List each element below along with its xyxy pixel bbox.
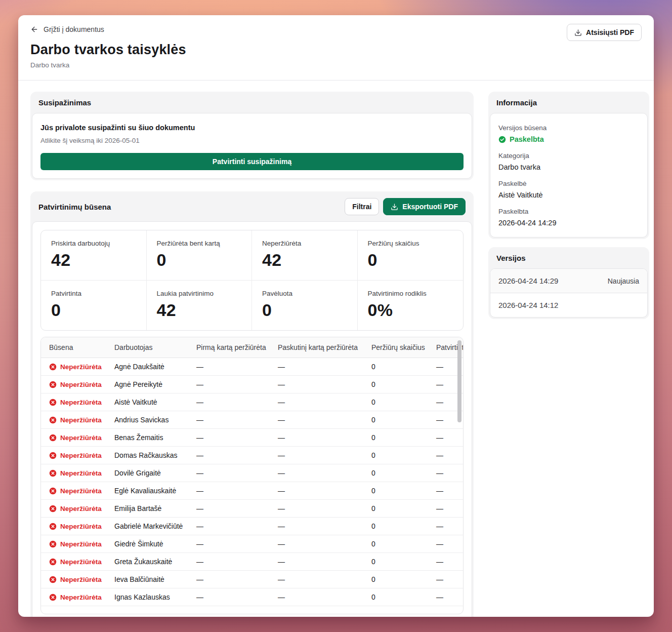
stat-value: 0	[262, 300, 347, 320]
view-count: 0	[365, 429, 430, 447]
x-circle-icon	[49, 558, 57, 566]
stat-label: Peržiūrėta bent kartą	[157, 240, 242, 247]
version-date: 2026-04-24 14:29	[498, 276, 558, 285]
info-field-value: Aistė Vaitkutė	[498, 191, 639, 199]
stat-cell: Peržiūrėta bent kartą 0	[147, 230, 253, 281]
last-viewed: —	[272, 535, 365, 553]
info-field-value-text: Darbo tvarka	[498, 163, 540, 171]
status-label: Neperžiūrėta	[60, 576, 102, 583]
confirm-acknowledgement-button[interactable]: Patvirtinti susipažinimą	[40, 153, 464, 170]
first-viewed: —	[190, 500, 272, 518]
status-label: Neperžiūrėta	[60, 363, 102, 371]
first-viewed: —	[190, 358, 272, 376]
view-count: 0	[365, 518, 430, 535]
table-row: Neperžiūrėta Ignas Kazlauskas — — 0 —	[41, 588, 464, 606]
acknowledgement-section-title: Susipažinimas	[38, 98, 91, 107]
status-label: Neperžiūrėta	[60, 487, 102, 495]
acknowledgement-deadline: Atlikite šį veiksmą iki 2026-05-01	[40, 137, 464, 144]
last-viewed: —	[272, 447, 365, 464]
last-viewed: —	[272, 429, 365, 447]
download-pdf-button[interactable]: Atsisiųsti PDF	[567, 24, 642, 41]
stat-label: Priskirta darbuotojų	[51, 240, 136, 247]
x-circle-icon	[49, 452, 57, 459]
x-circle-icon	[49, 576, 57, 583]
stat-value: 0%	[368, 300, 453, 320]
x-circle-icon	[49, 594, 57, 601]
last-viewed: —	[272, 411, 365, 429]
x-circle-icon	[49, 434, 57, 442]
info-field-value: 2026-04-24 14:29	[498, 219, 639, 227]
table-row: Neperžiūrėta Greta Žukauskaitė — — 0 —	[41, 553, 464, 571]
table-row: Neperžiūrėta Ieva Balčiūnaitė — — 0 —	[41, 571, 464, 588]
status-label: Neperžiūrėta	[60, 540, 102, 548]
acknowledgement-card: Jūs privalote susipažinti su šiuo dokume…	[32, 113, 472, 179]
status-label: Neperžiūrėta	[60, 399, 102, 406]
version-item[interactable]: 2026-04-24 14:29 Naujausia	[490, 269, 647, 293]
info-section-header: Informacija	[490, 92, 648, 113]
x-circle-icon	[49, 487, 57, 495]
employee-name: Gabrielė Markevičiūtė	[108, 518, 190, 535]
stat-label: Pavėluota	[262, 290, 347, 297]
last-viewed: —	[272, 588, 365, 606]
view-count: 0	[365, 500, 430, 518]
last-viewed: —	[272, 500, 365, 518]
stat-cell: Patvirtinimo rodiklis 0%	[358, 281, 464, 330]
employee-name: Agnė Pereikytė	[108, 376, 190, 393]
column-header: Peržiūrų skaičius	[365, 337, 430, 358]
acknowledgement-section-header: Susipažinimas	[32, 92, 472, 113]
approved-at: —	[430, 464, 464, 482]
back-to-documents-link[interactable]: Grįžti į dokumentus	[30, 25, 104, 33]
table-row: Neperžiūrėta Giedrė Šimkutė — — 0 —	[41, 535, 464, 553]
status-badge: Neperžiūrėta	[49, 469, 106, 477]
versions-section: Versijos 2026-04-24 14:29 Naujausia 2026…	[488, 247, 649, 319]
sidebar: Informacija Versijos būsena Paskelbta Ka…	[488, 92, 649, 617]
stat-value: 42	[157, 300, 242, 320]
stat-label: Neperžiūrėta	[262, 240, 347, 247]
first-viewed: —	[190, 518, 272, 535]
version-date: 2026-04-24 14:12	[498, 301, 558, 309]
table-scrollbar-thumb[interactable]	[457, 340, 461, 422]
approvals-card: Priskirta darbuotojų 42 Peržiūrėta bent …	[32, 221, 472, 617]
export-pdf-button[interactable]: Eksportuoti PDF	[383, 198, 466, 215]
acknowledgement-message: Jūs privalote susipažinti su šiuo dokume…	[40, 124, 464, 132]
employee-name: Emilija Bartašė	[108, 500, 190, 518]
info-field-label: Versijos būsena	[498, 124, 639, 132]
view-count: 0	[365, 376, 430, 393]
status-label: Neperžiūrėta	[60, 381, 102, 388]
table-row: Neperžiūrėta Benas Žemaitis — — 0 —	[41, 429, 464, 447]
info-card: Versijos būsena Paskelbta Kategorija Dar…	[490, 113, 648, 238]
column-header: Darbuotojas	[108, 337, 190, 358]
stat-label: Laukia patvirtinimo	[157, 290, 242, 297]
view-count: 0	[365, 553, 430, 571]
info-field-value-text: Paskelbta	[510, 135, 544, 143]
filters-button[interactable]: Filtrai	[345, 198, 379, 215]
employee-name: Agnė Daukšaitė	[108, 358, 190, 376]
status-badge: Neperžiūrėta	[49, 540, 106, 548]
stat-cell: Laukia patvirtinimo 42	[147, 281, 253, 330]
last-viewed: —	[272, 376, 365, 393]
x-circle-icon	[49, 399, 57, 406]
stat-label: Patvirtinta	[51, 290, 136, 297]
page-header: Grįžti į dokumentus Darbo tvarkos taisyk…	[18, 15, 654, 81]
version-item[interactable]: 2026-04-24 14:12	[490, 293, 647, 317]
x-circle-icon	[49, 505, 57, 512]
x-circle-icon	[49, 363, 57, 371]
last-viewed: —	[272, 464, 365, 482]
approved-at: —	[430, 571, 464, 588]
info-field-value: Paskelbta	[498, 135, 639, 143]
versions-section-header: Versijos	[490, 247, 648, 268]
info-field-value-text: 2026-04-24 14:29	[498, 219, 557, 227]
status-badge: Neperžiūrėta	[49, 594, 106, 601]
status-badge: Neperžiūrėta	[49, 363, 106, 371]
back-link-label: Grįžti į dokumentus	[44, 25, 104, 33]
first-viewed: —	[190, 393, 272, 411]
approvals-section-title: Patvirtinimų būsena	[38, 203, 111, 211]
first-viewed: —	[190, 571, 272, 588]
employee-name: Domas Račkauskas	[108, 447, 190, 464]
status-label: Neperžiūrėta	[60, 416, 102, 424]
first-viewed: —	[190, 429, 272, 447]
document-page-card: Grįžti į dokumentus Darbo tvarkos taisyk…	[18, 15, 654, 617]
first-viewed: —	[190, 482, 272, 500]
stat-cell: Priskirta darbuotojų 42	[41, 230, 147, 281]
status-label: Neperžiūrėta	[60, 594, 102, 601]
